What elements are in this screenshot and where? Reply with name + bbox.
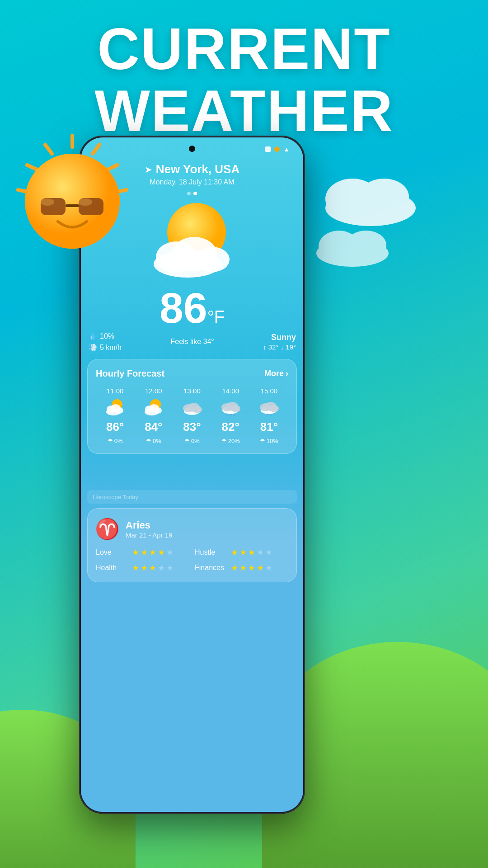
wind-icon: 💨 bbox=[88, 343, 97, 352]
humidity-value: 10% bbox=[100, 332, 114, 340]
svg-line-45 bbox=[234, 414, 235, 416]
hour-precip-2: ☂ 0% bbox=[184, 438, 200, 444]
svg-line-43 bbox=[226, 414, 228, 416]
svg-point-29 bbox=[115, 407, 123, 414]
divider-label: Horoscope Today bbox=[93, 494, 138, 500]
hour-item-2: 13:00 83° ☂ 0% bbox=[173, 387, 211, 444]
section-divider: Horoscope Today bbox=[87, 490, 297, 504]
svg-line-10 bbox=[45, 145, 52, 154]
hour-precip-1: ☂ 0% bbox=[146, 438, 161, 444]
temperature-display: 86°F bbox=[160, 287, 225, 330]
more-chevron-icon: › bbox=[286, 369, 288, 378]
wind-item: 💨 5 km/h bbox=[88, 343, 122, 352]
humidity-item: 💧 10% bbox=[88, 332, 122, 340]
svg-line-50 bbox=[267, 414, 268, 416]
horoscope-header: ♈ Aries Mar 21 - Apr 19 bbox=[96, 518, 288, 540]
hour-item-1: 12:00 84° ☂ 0% bbox=[134, 387, 173, 444]
high-value: 32° bbox=[268, 343, 279, 351]
temp-unit: °F bbox=[207, 307, 225, 326]
star: ★ bbox=[257, 563, 264, 573]
finances-stars: ★ ★ ★ ★ ★ bbox=[231, 563, 272, 573]
hour-time-2: 13:00 bbox=[183, 387, 201, 395]
health-stars: ★ ★ ★ ★ ★ bbox=[132, 563, 174, 573]
hour-temp-2: 83° bbox=[183, 420, 201, 434]
svg-line-7 bbox=[93, 145, 99, 154]
svg-point-19 bbox=[79, 198, 92, 206]
hourly-items-row: 11:00 86° ☂ 0% bbox=[96, 387, 288, 444]
feels-like-container: Feels like 34° bbox=[170, 338, 214, 346]
hour-precip-4: ☂ 10% bbox=[260, 438, 278, 444]
condition-container: Sunny ↑ 32° ↓ 19° bbox=[263, 333, 296, 351]
svg-point-42 bbox=[231, 405, 240, 412]
low-value: 19° bbox=[286, 343, 296, 351]
star-empty: ★ bbox=[265, 563, 272, 573]
star: ★ bbox=[239, 563, 247, 573]
hustle-stars: ★ ★ ★ ★ ★ bbox=[231, 547, 272, 557]
hour-item-4: 15:00 81° ☂ 10% bbox=[250, 387, 288, 444]
hour-time-4: 15:00 bbox=[261, 387, 278, 395]
svg-point-38 bbox=[193, 406, 202, 413]
precip-umbrella-2: ☂ bbox=[184, 438, 190, 444]
hour-precip-0: ☂ 0% bbox=[108, 438, 123, 444]
hustle-label: Hustle bbox=[195, 548, 226, 557]
hour-icon-3 bbox=[220, 398, 241, 416]
weather-icon-phone bbox=[147, 201, 237, 282]
feels-like: Feels like 34° bbox=[170, 338, 214, 345]
dot-1 bbox=[187, 192, 191, 195]
svg-point-14 bbox=[25, 154, 120, 249]
weather-details-row: 💧 10% 💨 5 km/h Feels like 34° Sunny ↑ 32… bbox=[88, 332, 296, 352]
horoscope-sign: Aries bbox=[126, 519, 172, 531]
wind-value: 5 km/h bbox=[100, 344, 122, 352]
star: ★ bbox=[231, 563, 238, 573]
high-arrow: ↑ bbox=[263, 343, 267, 351]
health-label: Health bbox=[96, 564, 127, 572]
forecast-card-header: Hourly Forecast More › bbox=[96, 368, 288, 379]
hour-time-3: 14:00 bbox=[222, 387, 239, 395]
bg-cloud-right bbox=[316, 172, 429, 226]
condition-label: Sunny bbox=[263, 333, 296, 342]
hour-item-3: 14:00 82° bbox=[211, 387, 250, 444]
horoscope-finances: Finances ★ ★ ★ ★ ★ bbox=[195, 563, 288, 573]
hour-temp-4: 81° bbox=[260, 420, 278, 434]
horoscope-info: Aries Mar 21 - Apr 19 bbox=[126, 519, 172, 539]
svg-point-18 bbox=[41, 198, 54, 206]
star: ★ bbox=[248, 563, 255, 573]
star-empty: ★ bbox=[158, 563, 165, 573]
horoscope-date-range: Mar 21 - Apr 19 bbox=[126, 531, 172, 539]
battery-icon: ▲ bbox=[283, 146, 290, 153]
hour-temp-3: 82° bbox=[222, 420, 239, 434]
sun-character bbox=[9, 131, 136, 258]
star-empty: ★ bbox=[166, 563, 174, 573]
more-label: More bbox=[264, 369, 284, 378]
forecast-title: Hourly Forecast bbox=[96, 368, 164, 379]
header-line1: CURRENT bbox=[97, 16, 391, 82]
star: ★ bbox=[239, 547, 247, 557]
svg-point-49 bbox=[270, 405, 279, 412]
scroll-dots bbox=[187, 192, 197, 195]
hour-icon-2 bbox=[181, 398, 203, 416]
svg-point-2 bbox=[359, 179, 409, 215]
hourly-forecast-card: Hourly Forecast More › 11:00 bbox=[87, 359, 297, 454]
hour-time-1: 12:00 bbox=[145, 387, 162, 395]
love-stars: ★ ★ ★ ★ ★ bbox=[132, 547, 174, 557]
precip-umbrella-4: ☂ bbox=[260, 438, 265, 444]
humidity-icon: 💧 bbox=[88, 332, 97, 340]
hour-precip-3: ☂ 20% bbox=[221, 438, 240, 444]
svg-line-8 bbox=[108, 165, 117, 170]
aries-icon: ♈ bbox=[95, 517, 120, 541]
star: ★ bbox=[231, 547, 238, 557]
hour-icon-4 bbox=[258, 398, 280, 416]
hour-temp-1: 84° bbox=[145, 420, 162, 434]
header-title: CURRENT WEATHER bbox=[0, 18, 488, 142]
star-empty: ★ bbox=[166, 547, 174, 557]
high-low: ↑ 32° ↓ 19° bbox=[263, 343, 296, 351]
horoscope-hustle: Hustle ★ ★ ★ ★ ★ bbox=[195, 547, 288, 557]
more-button[interactable]: More › bbox=[264, 369, 288, 378]
horoscope-card: ♈ Aries Mar 21 - Apr 19 Love ★ ★ ★ ★ ★ bbox=[87, 508, 297, 582]
svg-point-34 bbox=[154, 407, 162, 414]
star: ★ bbox=[149, 547, 156, 557]
svg-line-44 bbox=[230, 414, 231, 416]
svg-point-5 bbox=[346, 231, 386, 259]
status-square bbox=[265, 146, 271, 152]
hour-item-0: 11:00 86° ☂ 0% bbox=[96, 387, 134, 444]
